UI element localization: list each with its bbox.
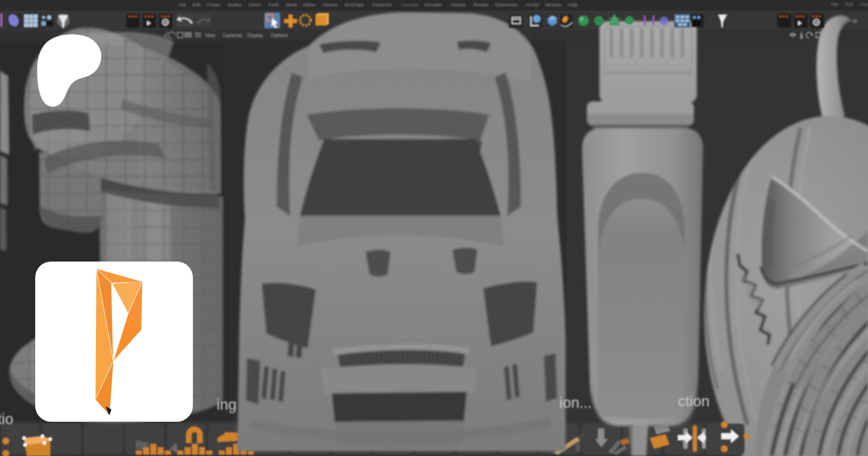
svg-text:ion...: ion... (559, 394, 592, 411)
svg-text:Arnold: Arnold (526, 2, 539, 7)
svg-text:Tools: Tools (268, 2, 279, 7)
svg-text:Display: Display (247, 33, 263, 38)
svg-text:Crea: Crea (860, 1, 868, 7)
svg-text:Modes: Modes (228, 2, 242, 7)
svg-text:Edit: Edit (845, 1, 854, 7)
svg-text:View: View (205, 33, 216, 38)
svg-text:Simulate: Simulate (424, 2, 442, 7)
svg-text:Mesh: Mesh (286, 2, 297, 7)
svg-text:File: File (831, 1, 838, 7)
svg-text:Volume: Volume (322, 2, 338, 7)
svg-text:Extensions: Extensions (495, 2, 518, 7)
svg-text:tio: tio (0, 411, 14, 428)
svg-text:ing: ing (217, 396, 236, 413)
svg-text:MoGraph: MoGraph (345, 2, 364, 7)
svg-text:Render: Render (474, 2, 488, 7)
svg-text:Help: Help (568, 2, 578, 7)
svg-text:File: File (179, 2, 186, 7)
svg-text:Character: Character (372, 2, 392, 7)
svg-text:Create: Create (206, 2, 220, 7)
svg-text:Tracker: Tracker (450, 2, 466, 7)
svg-text:ction: ction (678, 393, 709, 410)
svg-text:Cameras: Cameras (223, 33, 243, 38)
svg-text:Options: Options (271, 33, 287, 38)
svg-text:Animate: Animate (401, 2, 418, 7)
svg-text:Window: Window (545, 2, 561, 7)
svg-text:Spline: Spline (303, 2, 315, 7)
svg-text:Select: Select (248, 2, 261, 7)
svg-text:Edit: Edit (192, 2, 201, 7)
